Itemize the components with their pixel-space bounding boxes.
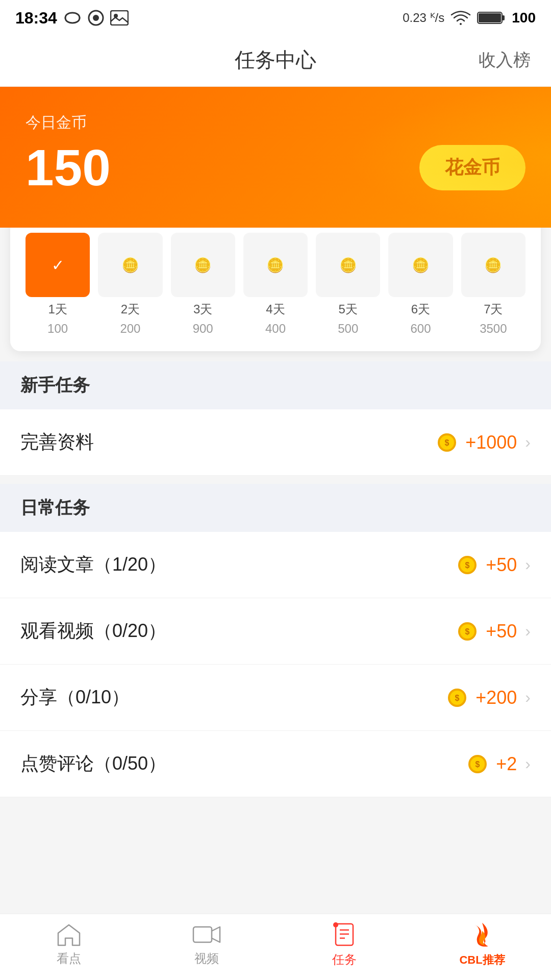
day-label-7: 7天 [484,301,503,317]
bottom-navigation: 看点 视频 任务 CBL推荐 [0,914,551,980]
reward-value-share: +200 [475,687,517,708]
coin-reward-icon-share: $ [447,688,467,708]
coin-icon-6: 🪙 [412,257,430,274]
coin-reward-icon-read: $ [457,555,478,575]
svg-rect-2 [111,11,128,25]
svg-rect-22 [193,927,212,942]
task-like-comment[interactable]: 点赞评论（0/50） $ +2 › [0,731,551,797]
task-share[interactable]: 分享（0/10） $ +200 › [0,665,551,731]
reward-value-like: +2 [496,753,517,775]
task-icon [332,922,357,947]
battery-icon [477,11,506,25]
coin-icon-3: 🪙 [194,257,212,274]
svg-point-27 [333,922,338,927]
day-value-6: 600 [411,322,431,336]
day-box-2[interactable]: 🪙 [98,233,162,297]
nav-label-task: 任务 [332,951,357,968]
chevron-icon-like: › [525,754,531,773]
reward-value-profile: +1000 [465,432,517,453]
day-value-4: 400 [265,322,286,336]
day-box-4[interactable]: 🪙 [243,233,308,297]
task-complete-profile[interactable]: 完善资料 $ +1000 › [0,409,551,476]
nav-item-cbl[interactable]: CBL推荐 [413,922,551,973]
novice-section-header: 新手任务 [0,361,551,409]
coin-reward-icon-like: $ [467,754,488,774]
day-value-1: 100 [47,322,68,336]
day-item-2[interactable]: 🪙 2天 200 [98,233,162,336]
income-rank-button[interactable]: 收入榜 [479,48,531,72]
svg-rect-6 [479,13,501,22]
page-title: 任务中心 [235,46,316,74]
home-icon [56,923,82,946]
wifi-icon [450,10,471,26]
task-label-share: 分享（0/10） [20,685,130,710]
day-label-1: 1天 [48,301,67,317]
day-item-7[interactable]: 🪙 7天 3500 [461,233,525,336]
coins-value: 150 [26,138,111,197]
svg-text:$: $ [465,627,470,636]
task-label-like: 点赞评论（0/50） [20,751,166,776]
task-reward-read: $ +50 › [457,554,531,576]
coins-banner: 今日金币 150 花金币 [0,87,551,228]
loop-icon [63,12,82,24]
cbl-label: CBL推荐 [459,952,505,968]
nav-label-video: 视频 [194,950,219,967]
day-box-7[interactable]: 🪙 [461,233,525,297]
svg-rect-5 [502,15,505,20]
task-reward-profile: $ +1000 › [437,432,531,453]
chevron-icon-profile: › [525,433,531,452]
circle-icon [88,10,104,26]
nav-item-kandian[interactable]: 看点 [0,923,138,972]
nav-item-task[interactable]: 任务 [276,922,413,973]
battery-level: 100 [512,10,536,26]
spend-coins-button[interactable]: 花金币 [419,145,525,190]
task-label-read: 阅读文章（1/20） [20,552,166,577]
svg-point-1 [93,15,99,21]
nav-label-kandian: 看点 [57,950,81,967]
coin-icon-7: 🪙 [484,257,502,274]
reward-value-read: +50 [486,554,517,576]
day-item-6[interactable]: 🪙 6天 600 [388,233,453,336]
status-bar: 18:34 0.23 ᴷ/s 100 [0,0,551,36]
day-box-1[interactable]: ✓ [26,233,90,297]
status-right: 0.23 ᴷ/s 100 [403,10,536,26]
day-label-6: 6天 [411,301,430,317]
task-read-articles[interactable]: 阅读文章（1/20） $ +50 › [0,532,551,598]
video-icon [192,923,221,946]
task-reward-share: $ +200 › [447,687,531,708]
chevron-icon-video: › [525,622,531,641]
today-coins-label: 今日金币 [26,112,525,133]
day-label-4: 4天 [266,301,285,317]
chevron-icon-share: › [525,688,531,707]
day-value-3: 900 [193,322,213,336]
task-label-video: 观看视频（0/20） [20,619,166,644]
network-speed: 0.23 ᴷ/s [403,11,444,25]
day-item-1[interactable]: ✓ 1天 100 [26,233,90,336]
coin-icon-5: 🪙 [339,257,357,274]
day-value-7: 3500 [480,322,507,336]
day-item-4[interactable]: 🪙 4天 400 [243,233,308,336]
day-value-2: 200 [120,322,140,336]
day-box-6[interactable]: 🪙 [388,233,453,297]
day-item-3[interactable]: 🪙 3天 900 [171,233,235,336]
day-box-5[interactable]: 🪙 [316,233,380,297]
check-icon-1: ✓ [52,256,64,274]
day-label-5: 5天 [339,301,358,317]
nav-header: 任务中心 收入榜 [0,36,551,87]
coin-icon-2: 🪙 [121,257,139,274]
task-reward-video: $ +50 › [457,621,531,642]
checkin-card: ✓ 1天 100 🪙 2天 200 🪙 3天 900 [10,212,541,351]
daily-section-header: 日常任务 [0,484,551,532]
nav-item-video[interactable]: 视频 [138,923,276,972]
fire-icon [468,922,496,948]
coin-reward-icon-profile: $ [437,432,457,453]
coin-reward-icon-video: $ [457,621,478,642]
day-label-3: 3天 [193,301,212,317]
svg-text:$: $ [465,561,470,570]
status-time: 18:34 [15,9,57,28]
svg-text:$: $ [455,694,460,702]
day-item-5[interactable]: 🪙 5天 500 [316,233,380,336]
day-box-3[interactable]: 🪙 [171,233,235,297]
task-watch-videos[interactable]: 观看视频（0/20） $ +50 › [0,598,551,665]
day-label-2: 2天 [121,301,140,317]
